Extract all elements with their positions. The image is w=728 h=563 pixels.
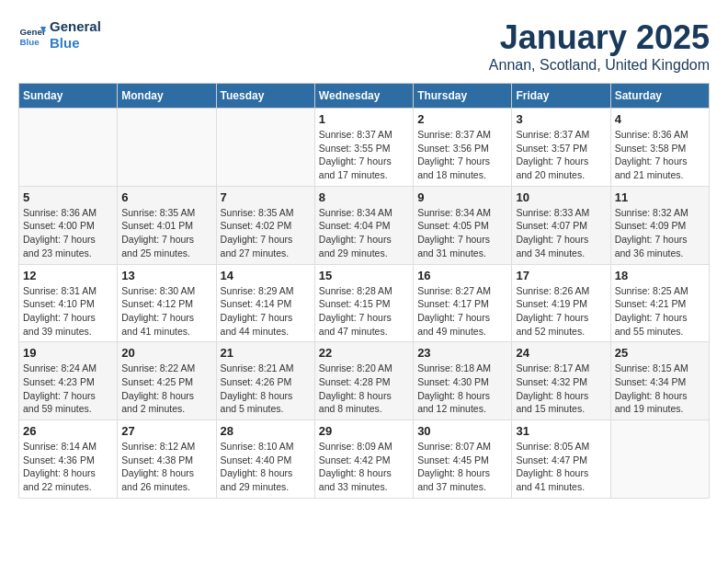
header-saturday: Saturday xyxy=(610,84,709,109)
day-number: 6 xyxy=(121,190,211,204)
day-number: 3 xyxy=(516,112,606,126)
calendar-cell: 8Sunrise: 8:34 AM Sunset: 4:04 PM Daylig… xyxy=(314,186,413,264)
header-friday: Friday xyxy=(512,84,610,109)
day-info: Sunrise: 8:10 AM Sunset: 4:40 PM Dayligh… xyxy=(221,440,311,494)
day-info: Sunrise: 8:37 AM Sunset: 3:55 PM Dayligh… xyxy=(319,128,409,182)
day-number: 21 xyxy=(221,346,311,360)
calendar-table: SundayMondayTuesdayWednesdayThursdayFrid… xyxy=(18,83,710,499)
calendar-cell: 21Sunrise: 8:21 AM Sunset: 4:26 PM Dayli… xyxy=(216,342,314,420)
day-number: 7 xyxy=(221,190,311,204)
day-number: 9 xyxy=(417,190,507,204)
calendar-week-3: 12Sunrise: 8:31 AM Sunset: 4:10 PM Dayli… xyxy=(19,264,710,342)
day-info: Sunrise: 8:25 AM Sunset: 4:21 PM Dayligh… xyxy=(615,284,705,339)
calendar-cell xyxy=(610,420,709,499)
calendar-week-4: 19Sunrise: 8:24 AM Sunset: 4:23 PM Dayli… xyxy=(19,342,710,420)
calendar-cell: 23Sunrise: 8:18 AM Sunset: 4:30 PM Dayli… xyxy=(414,342,512,420)
day-info: Sunrise: 8:27 AM Sunset: 4:17 PM Dayligh… xyxy=(417,284,507,339)
day-number: 2 xyxy=(417,112,507,126)
calendar-cell: 10Sunrise: 8:33 AM Sunset: 4:07 PM Dayli… xyxy=(512,186,610,264)
logo: General Blue General Blue xyxy=(18,18,101,52)
day-info: Sunrise: 8:07 AM Sunset: 4:45 PM Dayligh… xyxy=(417,440,507,494)
day-number: 17 xyxy=(516,269,606,282)
day-info: Sunrise: 8:12 AM Sunset: 4:38 PM Dayligh… xyxy=(121,440,211,494)
day-number: 18 xyxy=(615,269,705,282)
day-info: Sunrise: 8:14 AM Sunset: 4:36 PM Dayligh… xyxy=(23,440,113,494)
day-number: 25 xyxy=(615,346,705,360)
day-number: 20 xyxy=(121,346,211,360)
day-number: 5 xyxy=(23,190,113,204)
calendar-cell: 26Sunrise: 8:14 AM Sunset: 4:36 PM Dayli… xyxy=(19,420,118,499)
calendar-cell: 27Sunrise: 8:12 AM Sunset: 4:38 PM Dayli… xyxy=(118,420,216,499)
day-info: Sunrise: 8:29 AM Sunset: 4:14 PM Dayligh… xyxy=(221,284,311,339)
day-info: Sunrise: 8:28 AM Sunset: 4:15 PM Dayligh… xyxy=(319,284,409,339)
calendar-cell: 11Sunrise: 8:32 AM Sunset: 4:09 PM Dayli… xyxy=(610,186,709,264)
calendar-cell: 31Sunrise: 8:05 AM Sunset: 4:47 PM Dayli… xyxy=(512,420,610,499)
day-info: Sunrise: 8:21 AM Sunset: 4:26 PM Dayligh… xyxy=(221,362,311,416)
header-monday: Monday xyxy=(118,84,216,109)
day-number: 28 xyxy=(221,424,311,438)
day-number: 27 xyxy=(121,424,211,438)
calendar-cell: 6Sunrise: 8:35 AM Sunset: 4:01 PM Daylig… xyxy=(118,186,216,264)
calendar-cell: 2Sunrise: 8:37 AM Sunset: 3:56 PM Daylig… xyxy=(414,109,512,187)
day-number: 1 xyxy=(319,112,409,126)
calendar-cell xyxy=(118,109,216,187)
calendar-cell: 9Sunrise: 8:34 AM Sunset: 4:05 PM Daylig… xyxy=(414,186,512,264)
calendar-cell: 22Sunrise: 8:20 AM Sunset: 4:28 PM Dayli… xyxy=(314,342,413,420)
day-info: Sunrise: 8:24 AM Sunset: 4:23 PM Dayligh… xyxy=(23,362,113,416)
day-number: 24 xyxy=(516,346,606,360)
day-info: Sunrise: 8:20 AM Sunset: 4:28 PM Dayligh… xyxy=(319,362,409,416)
day-info: Sunrise: 8:35 AM Sunset: 4:01 PM Dayligh… xyxy=(121,206,211,260)
day-info: Sunrise: 8:37 AM Sunset: 3:57 PM Dayligh… xyxy=(516,128,606,182)
day-number: 23 xyxy=(417,346,507,360)
calendar-cell: 5Sunrise: 8:36 AM Sunset: 4:00 PM Daylig… xyxy=(19,186,118,264)
calendar-cell: 14Sunrise: 8:29 AM Sunset: 4:14 PM Dayli… xyxy=(216,264,314,342)
calendar-week-2: 5Sunrise: 8:36 AM Sunset: 4:00 PM Daylig… xyxy=(19,186,710,264)
calendar-week-1: 1Sunrise: 8:37 AM Sunset: 3:55 PM Daylig… xyxy=(19,109,710,187)
calendar-cell: 18Sunrise: 8:25 AM Sunset: 4:21 PM Dayli… xyxy=(610,264,709,342)
day-info: Sunrise: 8:22 AM Sunset: 4:25 PM Dayligh… xyxy=(121,362,211,416)
calendar-cell: 12Sunrise: 8:31 AM Sunset: 4:10 PM Dayli… xyxy=(19,264,118,342)
day-number: 13 xyxy=(121,269,211,282)
day-info: Sunrise: 8:05 AM Sunset: 4:47 PM Dayligh… xyxy=(516,440,606,494)
calendar-cell: 19Sunrise: 8:24 AM Sunset: 4:23 PM Dayli… xyxy=(19,342,118,420)
day-info: Sunrise: 8:15 AM Sunset: 4:34 PM Dayligh… xyxy=(615,362,705,416)
day-number: 12 xyxy=(23,269,113,282)
day-number: 10 xyxy=(516,190,606,204)
calendar-cell: 1Sunrise: 8:37 AM Sunset: 3:55 PM Daylig… xyxy=(314,109,413,187)
day-info: Sunrise: 8:30 AM Sunset: 4:12 PM Dayligh… xyxy=(121,284,211,339)
calendar-cell: 17Sunrise: 8:26 AM Sunset: 4:19 PM Dayli… xyxy=(512,264,610,342)
svg-text:Blue: Blue xyxy=(20,37,40,47)
day-number: 22 xyxy=(319,346,409,360)
header-thursday: Thursday xyxy=(414,84,512,109)
calendar-cell: 3Sunrise: 8:37 AM Sunset: 3:57 PM Daylig… xyxy=(512,109,610,187)
location-subtitle: Annan, Scotland, United Kingdom xyxy=(489,57,710,74)
calendar-cell: 25Sunrise: 8:15 AM Sunset: 4:34 PM Dayli… xyxy=(610,342,709,420)
page-header: General Blue General Blue January 2025 A… xyxy=(18,18,710,74)
day-number: 4 xyxy=(615,112,705,126)
header-tuesday: Tuesday xyxy=(216,84,314,109)
calendar-cell: 13Sunrise: 8:30 AM Sunset: 4:12 PM Dayli… xyxy=(118,264,216,342)
day-info: Sunrise: 8:35 AM Sunset: 4:02 PM Dayligh… xyxy=(221,206,311,260)
calendar-cell: 15Sunrise: 8:28 AM Sunset: 4:15 PM Dayli… xyxy=(314,264,413,342)
day-info: Sunrise: 8:26 AM Sunset: 4:19 PM Dayligh… xyxy=(516,284,606,339)
calendar-week-5: 26Sunrise: 8:14 AM Sunset: 4:36 PM Dayli… xyxy=(19,420,710,499)
day-number: 26 xyxy=(23,424,113,438)
calendar-cell: 20Sunrise: 8:22 AM Sunset: 4:25 PM Dayli… xyxy=(118,342,216,420)
day-info: Sunrise: 8:33 AM Sunset: 4:07 PM Dayligh… xyxy=(516,206,606,260)
day-number: 14 xyxy=(221,269,311,282)
day-info: Sunrise: 8:09 AM Sunset: 4:42 PM Dayligh… xyxy=(319,440,409,494)
day-info: Sunrise: 8:31 AM Sunset: 4:10 PM Dayligh… xyxy=(23,284,113,339)
header-wednesday: Wednesday xyxy=(314,84,413,109)
day-number: 19 xyxy=(23,346,113,360)
calendar-cell: 29Sunrise: 8:09 AM Sunset: 4:42 PM Dayli… xyxy=(314,420,413,499)
calendar-cell xyxy=(19,109,118,187)
day-info: Sunrise: 8:34 AM Sunset: 4:05 PM Dayligh… xyxy=(417,206,507,260)
calendar-cell: 28Sunrise: 8:10 AM Sunset: 4:40 PM Dayli… xyxy=(216,420,314,499)
calendar-cell: 4Sunrise: 8:36 AM Sunset: 3:58 PM Daylig… xyxy=(610,109,709,187)
day-number: 16 xyxy=(417,269,507,282)
calendar-cell: 24Sunrise: 8:17 AM Sunset: 4:32 PM Dayli… xyxy=(512,342,610,420)
day-info: Sunrise: 8:32 AM Sunset: 4:09 PM Dayligh… xyxy=(615,206,705,260)
day-info: Sunrise: 8:17 AM Sunset: 4:32 PM Dayligh… xyxy=(516,362,606,416)
month-title: January 2025 xyxy=(489,18,710,57)
day-info: Sunrise: 8:18 AM Sunset: 4:30 PM Dayligh… xyxy=(417,362,507,416)
